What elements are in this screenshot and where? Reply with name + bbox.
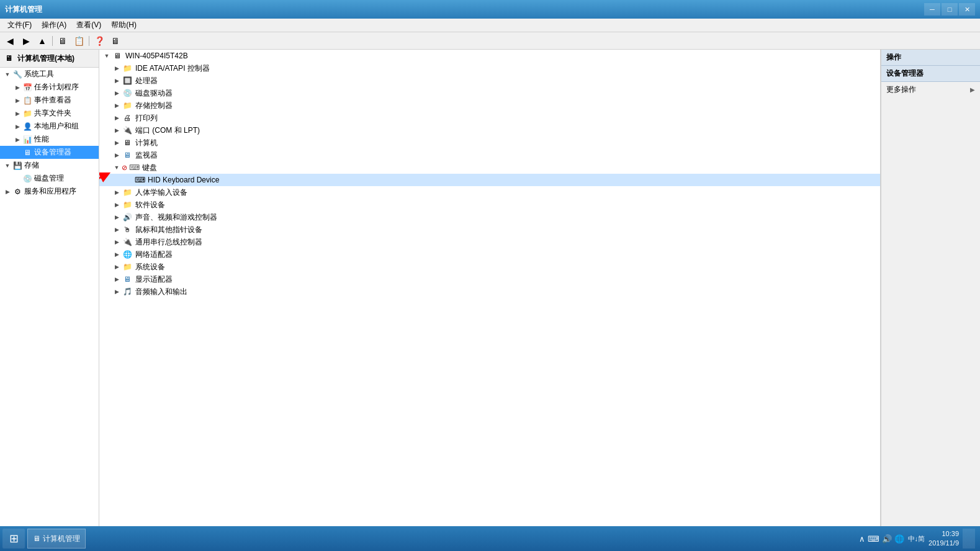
tree-item-keyboard[interactable]: ▼ ⊘ ⌨ 键盘 (99, 161, 880, 174)
expand-storage[interactable]: ▼ (2, 161, 12, 171)
hid-keyboard-label: HID Keyboard Device (148, 176, 219, 184)
more-arrow-icon: ▶ (970, 86, 975, 93)
taskbar-clock[interactable]: 10:39 2019/11/9 (928, 529, 959, 549)
close-button[interactable]: ✕ (959, 3, 975, 16)
app-icon: 🖥 (33, 534, 40, 543)
expand-task[interactable]: ▶ (12, 83, 22, 92)
expand-display[interactable]: ▶ (112, 274, 122, 284)
sidebar-item-performance[interactable]: ▶ 📊 性能 (0, 133, 99, 146)
show-hide-button[interactable]: 🖥 (55, 34, 70, 48)
help-button[interactable]: ❓ (92, 34, 107, 48)
expand-software[interactable]: ▶ (112, 200, 122, 210)
clock-date: 2019/11/9 (928, 539, 959, 548)
sidebar-item-device-manager[interactable]: 🖥 设备管理器 (0, 146, 99, 159)
tree-item-hid-keyboard[interactable]: ⌨ HID Keyboard Device (99, 174, 880, 186)
ime-icon[interactable]: ⌨ (868, 534, 879, 544)
tree-item-audio-io[interactable]: ▶ 🎵 音频输入和输出 (99, 285, 880, 298)
menu-help[interactable]: 帮助(H) (106, 19, 142, 32)
tree-item-usb[interactable]: ▶ 🔌 通用串行总线控制器 (99, 236, 880, 248)
usb-icon: 🔌 (122, 236, 133, 248)
expand-perf[interactable]: ▶ (12, 135, 22, 145)
tree-item-display[interactable]: ▶ 🖥 显示适配器 (99, 273, 880, 285)
tree-item-network[interactable]: ▶ 🌐 网络适配器 (99, 248, 880, 261)
network-tray-icon[interactable]: 🌐 (894, 534, 904, 544)
expand-usb[interactable]: ▶ (112, 237, 122, 247)
expand-root[interactable]: ▼ (102, 51, 112, 61)
expand-port[interactable]: ▶ (112, 125, 122, 135)
minimize-button[interactable]: ─ (924, 3, 940, 16)
sidebar-item-storage[interactable]: ▼ 💾 存储 (0, 159, 99, 172)
tree-item-computer[interactable]: ▶ 🖥 计算机 (99, 137, 880, 149)
taskbar-app-mgmt[interactable]: 🖥 计算机管理 (27, 529, 86, 549)
tree-item-monitor[interactable]: ▶ 🖥 监视器 (99, 149, 880, 161)
expand-keyboard[interactable]: ▼ (112, 163, 122, 172)
tree-item-mouse[interactable]: ▶ 🖱 鼠标和其他指针设备 (99, 223, 880, 236)
sidebar-item-shared-folders[interactable]: ▶ 📁 共享文件夹 (0, 107, 99, 120)
action-more[interactable]: 更多操作 ▶ (881, 82, 980, 97)
expand-sys-dev[interactable]: ▶ (112, 262, 122, 272)
expand-network[interactable]: ▶ (112, 249, 122, 259)
menu-view[interactable]: 查看(V) (71, 19, 106, 32)
expand-devmgr[interactable] (12, 148, 22, 158)
storage-label: 存储 (24, 160, 39, 171)
expand-print[interactable]: ▶ (112, 113, 122, 123)
expand-computer[interactable]: ▶ (112, 138, 122, 148)
expand-system-tools[interactable]: ▼ (2, 69, 12, 79)
monitor-tree-icon: 🖥 (122, 150, 133, 161)
expand-disk[interactable] (12, 174, 22, 184)
volume-icon[interactable]: 🔊 (882, 534, 892, 544)
expand-audio[interactable]: ▶ (112, 212, 122, 222)
menu-action[interactable]: 操作(A) (37, 19, 71, 32)
sys-dev-label: 系统设备 (135, 262, 165, 272)
sidebar-item-services[interactable]: ▶ ⚙ 服务和应用程序 (0, 185, 99, 198)
tree-item-print-queue[interactable]: ▶ 🖨 打印列 (99, 112, 880, 124)
tree-item-storage-ctrl[interactable]: ▶ 📁 存储控制器 (99, 99, 880, 112)
back-button[interactable]: ◀ (2, 34, 17, 48)
sidebar-item-event-viewer[interactable]: ▶ 📋 事件查看器 (0, 94, 99, 107)
action-header: 操作 (881, 50, 980, 66)
expand-users[interactable]: ▶ (12, 122, 22, 132)
expand-processor[interactable]: ▶ (112, 76, 122, 86)
properties-button[interactable]: 📋 (71, 34, 86, 48)
tree-item-software-dev[interactable]: ▶ 📁 软件设备 (99, 199, 880, 211)
sidebar-item-local-users[interactable]: ▶ 👤 本地用户和组 (0, 120, 99, 133)
tree-root[interactable]: ▼ 🖥 WIN-405P4I5T42B (99, 50, 880, 62)
extra-button[interactable]: 🖥 (108, 34, 123, 48)
action-device-manager[interactable]: 设备管理器 (881, 66, 980, 82)
tree-item-processor[interactable]: ▶ 🔲 处理器 (99, 74, 880, 87)
up-button[interactable]: ▲ (35, 34, 50, 48)
audio-io-label: 音频输入和输出 (135, 287, 187, 297)
tree-item-ide-ata[interactable]: ▶ 📁 IDE ATA/ATAPI 控制器 (99, 62, 880, 74)
users-icon: 👤 (22, 122, 32, 132)
ime-indicator: 中↓简 (908, 534, 925, 544)
restore-button[interactable]: □ (942, 3, 958, 16)
left-panel: 🖥 计算机管理(本地) ▼ 🔧 系统工具 ▶ 📅 任务计划程序 ▶ 📋 事件查看… (0, 50, 99, 526)
sidebar-item-task-scheduler[interactable]: ▶ 📅 任务计划程序 (0, 81, 99, 94)
tree-item-disk-drives[interactable]: ▶ 💿 磁盘驱动器 (99, 87, 880, 99)
tree-item-hid-input[interactable]: ▶ 📁 人体学输入设备 (99, 186, 880, 199)
show-desktop-button[interactable] (963, 529, 975, 549)
expand-tray-icon[interactable]: ∧ (859, 534, 865, 544)
expand-mouse[interactable]: ▶ (112, 225, 122, 235)
network-icon: 🌐 (122, 249, 133, 260)
sidebar-item-disk-mgmt[interactable]: 💿 磁盘管理 (0, 172, 99, 185)
expand-storage-ctrl[interactable]: ▶ (112, 101, 122, 110)
tree-item-port[interactable]: ▶ 🔌 端口 (COM 和 LPT) (99, 124, 880, 137)
tree-item-system-dev[interactable]: ▶ 📁 系统设备 (99, 261, 880, 273)
forward-button[interactable]: ▶ (19, 34, 34, 48)
tree-item-audio-video[interactable]: ▶ 🔊 声音、视频和游戏控制器 (99, 211, 880, 223)
expand-ide[interactable]: ▶ (112, 63, 122, 73)
clock-time: 10:39 (928, 529, 959, 539)
shared-label: 共享文件夹 (34, 108, 71, 119)
sidebar-item-system-tools[interactable]: ▼ 🔧 系统工具 (0, 68, 99, 81)
start-button[interactable]: ⊞ (2, 529, 25, 549)
processor-label: 处理器 (135, 76, 158, 86)
expand-shared[interactable]: ▶ (12, 109, 22, 119)
expand-monitor[interactable]: ▶ (112, 150, 122, 160)
expand-hid-input[interactable]: ▶ (112, 187, 122, 197)
menu-file[interactable]: 文件(F) (2, 19, 37, 32)
expand-event[interactable]: ▶ (12, 96, 22, 105)
expand-disk-drives[interactable]: ▶ (112, 88, 122, 98)
expand-audio-io[interactable]: ▶ (112, 287, 122, 297)
expand-services[interactable]: ▶ (2, 187, 12, 197)
